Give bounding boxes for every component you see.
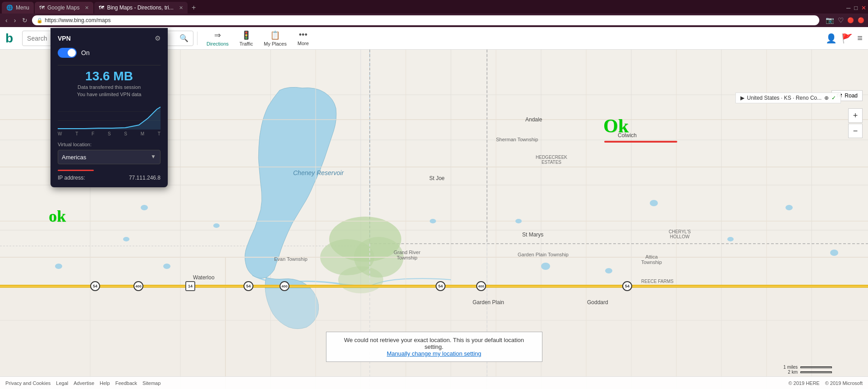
vpn-chart-days: W T F S S M T xyxy=(58,131,161,136)
highway-us54-1: 54 xyxy=(90,281,100,291)
chart-day-s: S xyxy=(108,131,111,136)
highway-us400-1: 400 xyxy=(133,281,143,291)
traffic-button[interactable]: 🚦 Traffic xyxy=(234,28,258,48)
address-bar[interactable]: 🔒 https://www.bing.com/maps xyxy=(32,15,819,25)
tab-menu[interactable]: 🌐 Menu xyxy=(2,2,34,14)
svg-point-47 xyxy=(727,237,734,241)
my-places-label: My Places xyxy=(264,41,287,46)
browser-chrome: 🌐 Menu 🗺 Google Maps ✕ 🗺 Bing Maps - Dir… xyxy=(0,0,868,27)
forward-button[interactable]: › xyxy=(12,16,18,25)
vpn-ip-row: IP address: 77.111.246.8 xyxy=(58,175,161,181)
svg-point-53 xyxy=(163,264,170,269)
tab-label-menu: Menu xyxy=(16,5,29,11)
tab-bing-maps[interactable]: 🗺 Bing Maps - Directions, tri... ✕ xyxy=(94,2,187,14)
vpn-panel: VPN ⚙ On 13.6 MB Data transferred this s… xyxy=(51,28,168,187)
tab-favicon-menu: 🌐 xyxy=(6,5,13,11)
notification-message: We could not retrieve your exact locatio… xyxy=(335,337,533,350)
svg-point-45 xyxy=(650,200,658,206)
scale-line-km xyxy=(800,371,832,373)
maximize-icon[interactable]: □ xyxy=(854,5,858,11)
menu-icon[interactable]: ≡ xyxy=(857,33,863,43)
chart-day-t: T xyxy=(75,131,78,136)
vpn-chart xyxy=(58,102,161,130)
vpn-location-select[interactable]: Americas xyxy=(58,150,161,164)
map-footer: Privacy and Cookies Legal Advertise Help… xyxy=(0,376,868,389)
footer-legal[interactable]: Legal xyxy=(56,380,68,386)
location-breadcrumb[interactable]: ▶ United States · KS · Reno Co... ⊕ ✓ xyxy=(735,93,841,103)
search-icon[interactable]: 🔍 xyxy=(179,34,188,42)
user-icon[interactable]: 👤 xyxy=(826,33,837,44)
svg-point-50 xyxy=(430,219,436,223)
vpn-ip-label: IP address: xyxy=(58,175,85,181)
footer-help[interactable]: Help xyxy=(100,380,110,386)
highway-us54-2: 54 xyxy=(243,281,253,291)
address-url: https://www.bing.com/maps xyxy=(45,17,110,23)
vpn-location-label: Virtual location: xyxy=(58,142,161,147)
highway-14: 14 xyxy=(185,281,195,291)
chart-day-m: M xyxy=(141,131,144,136)
tab-favicon-google-maps: 🗺 xyxy=(39,5,45,11)
directions-button[interactable]: ⇒ Directions xyxy=(201,28,234,48)
vpn-toggle[interactable] xyxy=(58,48,77,58)
more-label: More xyxy=(298,41,309,46)
map-type-label: Road xyxy=(845,93,858,99)
zoom-in-button[interactable]: + xyxy=(848,108,863,123)
toolbar-divider-1 xyxy=(197,32,197,45)
nav-icon-2[interactable]: 🔴 xyxy=(858,17,864,23)
favorites-icon[interactable]: ♡ xyxy=(838,16,844,24)
svg-point-42 xyxy=(605,268,612,273)
svg-point-48 xyxy=(785,205,793,210)
vpn-status-text: On xyxy=(81,49,90,56)
new-tab-button[interactable]: + xyxy=(188,2,199,13)
tab-close-bing-maps[interactable]: ✕ xyxy=(179,5,183,11)
vpn-data-label: Data transferred this session xyxy=(58,84,161,90)
footer-right: © 2019 HERE © 2019 Microsoft xyxy=(788,380,863,386)
notification-link[interactable]: Manually change my location setting xyxy=(387,350,482,357)
flag-icon[interactable]: 🚩 xyxy=(841,33,853,44)
map-credit: © 2019 HERE xyxy=(788,380,819,386)
tab-close-google-maps[interactable]: ✕ xyxy=(85,5,89,11)
back-button[interactable]: ‹ xyxy=(4,16,9,25)
chart-day-w: W xyxy=(58,131,62,136)
close-icon[interactable]: ✕ xyxy=(861,5,866,11)
my-places-icon: 📋 xyxy=(270,30,280,40)
tab-bar: 🌐 Menu 🗺 Google Maps ✕ 🗺 Bing Maps - Dir… xyxy=(0,0,868,14)
bing-logo[interactable]: b xyxy=(5,31,13,46)
chart-day-f: F xyxy=(92,131,94,136)
footer-sitemap[interactable]: Sitemap xyxy=(142,380,161,386)
vpn-header: VPN ⚙ xyxy=(58,34,161,42)
traffic-icon: 🚦 xyxy=(241,30,251,40)
locate-icon[interactable]: ⊕ xyxy=(824,95,829,101)
footer-advertise[interactable]: Advertise xyxy=(73,380,94,386)
footer-privacy[interactable]: Privacy and Cookies xyxy=(5,380,51,386)
minimize-icon[interactable]: ─ xyxy=(846,5,850,11)
scale-label-1: 1 miles xyxy=(783,365,798,370)
directions-label: Directions xyxy=(207,41,229,46)
my-places-button[interactable]: 📋 My Places xyxy=(258,28,292,48)
location-notification: We could not retrieve your exact locatio… xyxy=(326,332,542,362)
more-button[interactable]: ••• More xyxy=(292,28,314,48)
nav-icon-1[interactable]: 🔴 xyxy=(847,17,854,23)
chart-day-t2: T xyxy=(158,131,161,136)
svg-point-54 xyxy=(515,219,522,223)
scale-bar: 1 miles 2 km xyxy=(783,365,832,375)
chart-day-s2: S xyxy=(124,131,127,136)
footer-feedback[interactable]: Feedback xyxy=(115,380,137,386)
scale-line-miles xyxy=(800,366,832,368)
directions-icon: ⇒ xyxy=(214,30,221,40)
nav-bar: ‹ › ↻ 🔒 https://www.bing.com/maps 📷 ♡ 🔴 … xyxy=(0,14,868,27)
screenshot-icon[interactable]: 📷 xyxy=(826,16,834,24)
tab-favicon-bing-maps: 🗺 xyxy=(99,5,104,11)
highway-us54-3: 54 xyxy=(436,281,445,291)
refresh-button[interactable]: ↻ xyxy=(20,16,29,25)
svg-point-51 xyxy=(55,264,62,269)
vpn-data-size: 13.6 MB xyxy=(58,69,161,83)
checkmark-icon: ✓ xyxy=(831,95,836,101)
vpn-ip-value: 77.111.246.8 xyxy=(129,175,161,181)
nav-right-icons: 📷 ♡ 🔴 🔴 xyxy=(826,16,864,24)
toggle-thumb xyxy=(68,49,76,57)
tab-google-maps[interactable]: 🗺 Google Maps ✕ xyxy=(35,2,93,14)
vpn-settings-icon[interactable]: ⚙ xyxy=(155,34,161,42)
vpn-divider-1 xyxy=(58,65,161,65)
zoom-out-button[interactable]: − xyxy=(848,124,863,138)
